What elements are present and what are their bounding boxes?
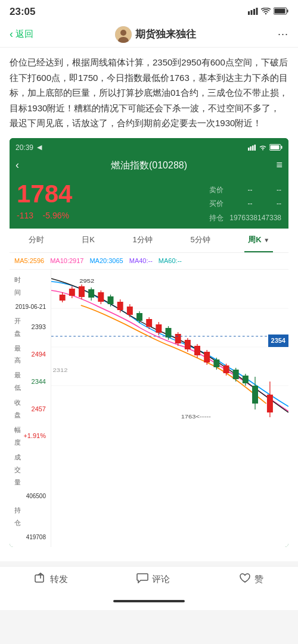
hold-val: 1976338147338 xyxy=(229,214,281,222)
time-value: 2019-06-21 xyxy=(14,301,46,313)
share-button[interactable]: 转发 xyxy=(35,573,68,586)
comment-label: 评论 xyxy=(152,574,170,585)
volume-value: 406500 xyxy=(14,490,46,502)
svg-rect-54 xyxy=(213,359,219,367)
sell-label: 卖价 xyxy=(209,184,224,196)
nav-bar: ‹ 返回 期货独来独往 ··· xyxy=(0,21,298,48)
main-price: 1784 xyxy=(17,180,209,208)
low-row: 最低 2344 xyxy=(14,368,46,395)
low-value: 2344 xyxy=(23,368,46,395)
tab-5min[interactable]: 5分钟 xyxy=(187,229,213,252)
svg-rect-12 xyxy=(252,145,254,151)
chart-status-time: 20:39 xyxy=(15,142,33,154)
svg-rect-10 xyxy=(248,148,250,151)
chart-card: 20:39 ◀ xyxy=(10,138,288,548)
home-bar xyxy=(113,600,185,602)
svg-rect-50 xyxy=(194,346,200,355)
svg-rect-2 xyxy=(253,9,255,15)
chart-tabs: 分时 日K 1分钟 5分钟 周K ▼ xyxy=(10,229,288,253)
svg-rect-25 xyxy=(79,286,85,297)
svg-rect-16 xyxy=(271,145,280,149)
high-label: 最高 xyxy=(14,342,22,368)
article-text: 价位已经达到，根据周线箱体计算，2350到2950有600点空间，下破后往下打6… xyxy=(10,55,288,131)
svg-rect-62 xyxy=(252,386,258,404)
price-left: 1784 -113 -5.96% xyxy=(17,180,209,223)
chart-body: 时间 2019-06-21 开盘 2393 最高 2494 xyxy=(10,270,288,547)
buy-label: 买价 xyxy=(209,198,224,210)
svg-rect-21 xyxy=(60,295,66,301)
open-value: 2393 xyxy=(23,314,46,340)
action-bar: 转发 评论 赞 xyxy=(0,566,298,592)
chart-menu-button[interactable]: ≡ xyxy=(276,156,283,174)
chart-signal-icon xyxy=(248,145,256,151)
svg-rect-13 xyxy=(254,145,256,151)
wifi-icon xyxy=(261,8,271,17)
sell-row: 卖价 -- -- xyxy=(209,184,281,196)
tab-week-k[interactable]: 周K ▼ xyxy=(244,229,273,252)
price-right: 卖价 -- -- 买价 -- -- 持仓 1976338147338 xyxy=(209,180,281,224)
like-icon xyxy=(239,573,251,586)
time-label: 时间 xyxy=(14,273,22,299)
svg-text:2312: 2312 xyxy=(52,367,67,373)
ma40-label: MA40:-- xyxy=(129,255,153,267)
svg-rect-5 xyxy=(287,10,288,12)
volume-row: 成交量 xyxy=(14,451,46,489)
svg-rect-68 xyxy=(35,575,44,582)
volume-val-row: 406500 xyxy=(14,490,46,502)
svg-rect-40 xyxy=(146,319,152,327)
signal-icon xyxy=(248,8,258,17)
amplitude-value: +1.91% xyxy=(23,423,46,449)
chart-battery-icon xyxy=(269,144,283,151)
svg-rect-56 xyxy=(224,365,229,373)
chart-location-icon: ◀ xyxy=(37,142,42,153)
svg-rect-23 xyxy=(69,289,75,296)
tab-1min[interactable]: 1分钟 xyxy=(129,229,156,252)
chart-inner-status: 20:39 ◀ xyxy=(10,138,288,155)
close-row: 收盘 2457 xyxy=(14,396,46,422)
svg-rect-42 xyxy=(156,324,162,333)
hold-label: 持仓 xyxy=(209,214,224,222)
close-label: 收盘 xyxy=(14,396,22,422)
svg-rect-64 xyxy=(267,395,273,412)
high-value: 2494 xyxy=(23,342,46,368)
high-row: 最高 2494 xyxy=(14,342,46,368)
svg-rect-6 xyxy=(275,9,285,14)
open-row: 开盘 2393 xyxy=(14,314,46,340)
holding-val-row: 419708 xyxy=(14,531,46,543)
buy-val: -- xyxy=(248,198,253,210)
tab-ri-k[interactable]: 日K xyxy=(78,229,98,252)
amplitude-label: 幅度 xyxy=(14,423,22,449)
holding-row: 持仓 1976338147338 xyxy=(209,212,281,224)
share-icon xyxy=(35,573,46,586)
like-button[interactable]: 赞 xyxy=(239,573,263,586)
time-row: 时间 xyxy=(14,273,46,299)
chart-back-button[interactable]: ‹ xyxy=(15,156,19,174)
more-button[interactable]: ··· xyxy=(278,28,288,40)
tab-fen-shi[interactable]: 分时 xyxy=(25,229,48,252)
svg-rect-3 xyxy=(256,8,258,15)
page-title: 期货独来独往 xyxy=(135,27,196,41)
back-chevron-icon: ‹ xyxy=(10,28,13,40)
status-icons xyxy=(248,7,288,17)
status-time: 23:05 xyxy=(10,6,35,18)
svg-rect-0 xyxy=(248,11,250,15)
back-button[interactable]: ‹ 返回 xyxy=(10,28,33,40)
comment-button[interactable]: 评论 xyxy=(136,573,170,586)
chart-sidebar: 时间 2019-06-21 开盘 2393 最高 2494 xyxy=(10,270,51,547)
svg-point-8 xyxy=(120,30,126,36)
svg-rect-32 xyxy=(108,296,114,304)
amplitude-row: 幅度 +1.91% xyxy=(14,423,46,449)
volume-label: 成交量 xyxy=(14,451,22,489)
chart-wifi-icon xyxy=(259,145,267,151)
price-area: 1784 -113 -5.96% 卖价 -- -- 买价 -- -- xyxy=(10,177,288,229)
low-label: 最低 xyxy=(14,368,22,395)
price-label-2354: 2354 xyxy=(268,334,288,347)
svg-rect-38 xyxy=(136,313,142,321)
svg-rect-11 xyxy=(250,146,252,151)
ma60-label: MA60:-- xyxy=(159,255,182,267)
battery-icon xyxy=(274,7,288,17)
sell-val: -- xyxy=(248,184,253,196)
svg-text:1763<-----: 1763<----- xyxy=(181,414,211,420)
chart-title: 燃油指数(010288) xyxy=(111,157,187,173)
svg-rect-48 xyxy=(185,340,191,349)
